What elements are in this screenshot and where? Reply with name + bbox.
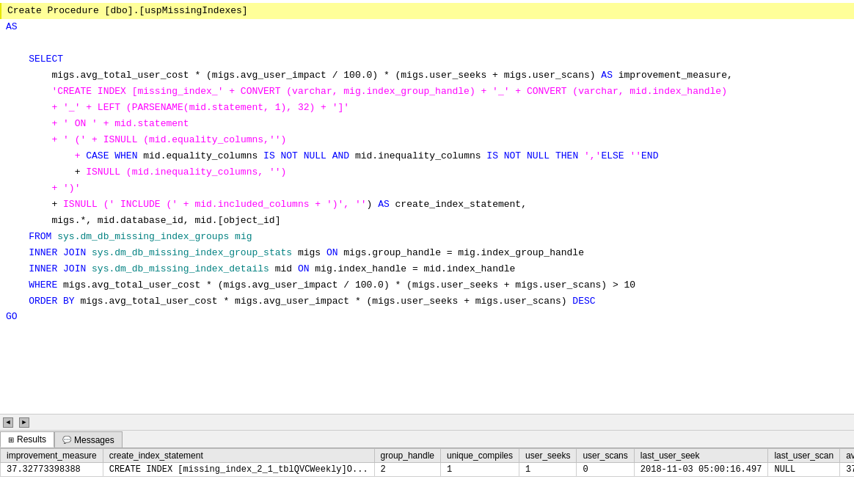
table-header-row: improvement_measurecreate_index_statemen… — [1, 449, 855, 463]
table-body: 37.32773398388CREATE INDEX [missing_inde… — [1, 463, 855, 477]
code-line-6: 'CREATE INDEX [missing_index_' + CONVERT… — [0, 84, 854, 100]
code-line-7: + '_' + LEFT (PARSENAME(mid.statement, 1… — [0, 100, 854, 116]
results-grid-icon: ⊞ — [8, 436, 14, 444]
col-header-improvement_measure: improvement_measure — [1, 449, 103, 463]
code-line-9: + ' (' + ISNULL (mid.equality_columns,''… — [0, 132, 854, 148]
cell-improvement_measure: 37.32773398388 — [1, 463, 103, 477]
results-table-container[interactable]: improvement_measurecreate_index_statemen… — [0, 448, 854, 503]
code-line-empty — [0, 35, 854, 51]
code-line-as: AS — [0, 19, 854, 35]
code-editor[interactable]: Create Procedure [dbo].[uspMissingIndexe… — [0, 0, 854, 414]
tab-results[interactable]: ⊞ Results — [0, 431, 54, 448]
code-line-19: ORDER BY migs.avg_total_user_cost * migs… — [0, 293, 854, 310]
col-header-user_scans: user_scans — [577, 449, 634, 463]
cell-user_scans: 0 — [577, 463, 634, 477]
cell-unique_compiles: 1 — [440, 463, 519, 477]
cell-avg_total_user_cost: 37.365099082963 — [840, 463, 854, 477]
col-header-last_user_seek: last_user_seek — [634, 449, 768, 463]
code-line-1: Create Procedure [dbo].[uspMissingIndexe… — [0, 3, 854, 19]
cell-group_handle: 2 — [374, 463, 440, 477]
code-line-10: + CASE WHEN mid.equality_columns IS NOT … — [0, 148, 854, 164]
col-header-group_handle: group_handle — [374, 449, 440, 463]
cell-last_user_seek: 2018-11-03 05:00:16.497 — [634, 463, 768, 477]
code-line-15: FROM sys.dm_db_missing_index_groups mig — [0, 229, 854, 245]
code-line-12: + ')' — [0, 180, 854, 197]
cell-user_seeks: 1 — [519, 463, 577, 477]
code-line-5: migs.avg_total_user_cost * (migs.avg_use… — [0, 67, 854, 84]
scroll-right-btn[interactable]: ▶ — [19, 417, 29, 428]
messages-icon: 💬 — [62, 436, 71, 444]
code-line-16: INNER JOIN sys.dm_db_missing_index_group… — [0, 245, 854, 261]
code-line-8: + ' ON ' + mid.statement — [0, 116, 854, 132]
horizontal-scrollbar[interactable]: ◀ ▶ — [0, 414, 854, 431]
code-line-11: + ISNULL (mid.inequality_columns, '') — [0, 164, 854, 180]
code-line-18: WHERE migs.avg_total_user_cost * (migs.a… — [0, 277, 854, 293]
code-line-13: + ISNULL (' INCLUDE (' + mid.included_co… — [0, 197, 854, 213]
results-table: improvement_measurecreate_index_statemen… — [0, 448, 854, 477]
col-header-last_user_scan: last_user_scan — [768, 449, 840, 463]
tab-results-label: Results — [17, 434, 46, 445]
col-header-create_index_statement: create_index_statement — [103, 449, 374, 463]
tab-messages-label: Messages — [74, 435, 114, 445]
results-tabs: ⊞ Results 💬 Messages — [0, 431, 854, 448]
code-line-17: INNER JOIN sys.dm_db_missing_index_detai… — [0, 261, 854, 277]
go-statement: GO — [0, 310, 854, 324]
cell-last_user_scan: NULL — [768, 463, 840, 477]
col-header-user_seeks: user_seeks — [519, 449, 577, 463]
tab-messages[interactable]: 💬 Messages — [54, 431, 123, 448]
col-header-unique_compiles: unique_compiles — [440, 449, 519, 463]
scroll-left-btn[interactable]: ◀ — [3, 417, 13, 428]
cell-create_index_statement: CREATE INDEX [missing_index_2_1_tblQVCWe… — [103, 463, 374, 477]
code-line-select: SELECT — [0, 51, 854, 67]
code-line-14: migs.*, mid.database_id, mid.[object_id] — [0, 213, 854, 229]
table-row[interactable]: 37.32773398388CREATE INDEX [missing_inde… — [1, 463, 855, 477]
col-header-avg_total_user_cost: avg_total_user_cost — [840, 449, 854, 463]
